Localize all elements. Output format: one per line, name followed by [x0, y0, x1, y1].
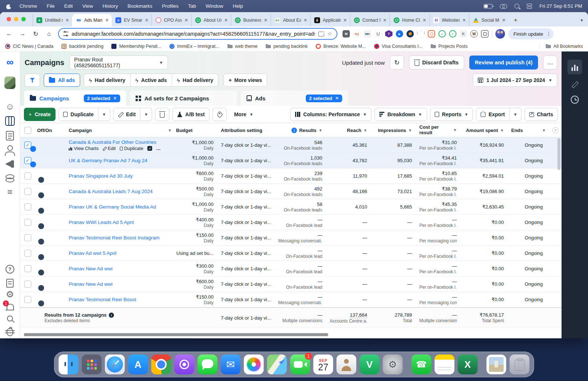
- dock-app-icon[interactable]: X: [458, 355, 478, 374]
- extension-icon[interactable]: [406, 30, 414, 38]
- campaign-name-link[interactable]: Pranav Ad wwi 5 April: [69, 250, 172, 256]
- more-button[interactable]: More▼: [230, 108, 258, 121]
- dock-item[interactable]: [487, 355, 506, 374]
- dock-app-icon[interactable]: V: [360, 355, 380, 374]
- dock-app-icon[interactable]: [175, 355, 194, 374]
- vertical-scrollbar[interactable]: [557, 138, 560, 170]
- history-clock-icon[interactable]: [571, 96, 579, 104]
- campaign-name-link[interactable]: Pranav Testimonial Reel Boost Instagram: [69, 235, 172, 241]
- bookmark-item[interactable]: pending backlink: [266, 44, 308, 49]
- menu-bar-item[interactable]: History: [103, 3, 118, 9]
- export-button[interactable]: Export: [476, 108, 509, 121]
- new-tab-button[interactable]: +: [511, 15, 520, 25]
- account-avatar[interactable]: [4, 76, 15, 89]
- extension-icon[interactable]: 7: [385, 30, 392, 38]
- column-header-ends[interactable]: Ends▼: [509, 128, 548, 133]
- report-bug-icon[interactable]: [7, 328, 13, 336]
- reports-button[interactable]: Reports▼: [430, 108, 473, 121]
- search-icon[interactable]: [7, 316, 13, 321]
- dock-app-icon[interactable]: ✉: [221, 355, 241, 374]
- column-header-reach[interactable]: Reach▼: [327, 128, 372, 133]
- info-icon[interactable]: i: [291, 128, 297, 133]
- table-row[interactable]: ✓ Pranav Singapore Ad 30 July ₹600.00 Da…: [20, 168, 562, 184]
- tab-close-icon[interactable]: ✕: [343, 18, 347, 23]
- delete-button[interactable]: [155, 108, 169, 121]
- row-checkbox[interactable]: ✓: [24, 219, 31, 226]
- duplicate-dropdown[interactable]: ▼: [98, 108, 110, 121]
- browser-tab[interactable]: Websites ✕: [429, 14, 469, 26]
- tag-button[interactable]: [212, 108, 227, 121]
- column-header-cost[interactable]: Cost per result▼: [417, 125, 462, 136]
- dock-app-icon[interactable]: [151, 355, 171, 374]
- browser-tab[interactable]: Social Me ✕: [469, 14, 509, 26]
- dock-item[interactable]: [510, 355, 530, 374]
- dock-item[interactable]: SEP 27: [313, 355, 333, 374]
- dock-app-icon[interactable]: [337, 355, 356, 374]
- campaign-name-link[interactable]: Pranav UK & Germany Social Media Ad: [69, 204, 172, 210]
- tab-close-icon[interactable]: ✕: [184, 18, 188, 23]
- create-button[interactable]: +Create: [24, 108, 55, 121]
- zoom-window-button[interactable]: [21, 17, 26, 21]
- close-icon[interactable]: ✕: [335, 96, 339, 101]
- edit-dropdown[interactable]: ▼: [140, 108, 152, 121]
- dock-item[interactable]: [105, 355, 125, 374]
- extension-icon[interactable]: [438, 30, 446, 38]
- campaign-name-link[interactable]: Pranav Singapore Ad 30 July: [69, 173, 172, 179]
- column-header-results[interactable]: iResults▼: [276, 128, 327, 133]
- horizontal-scrollbar[interactable]: [24, 333, 328, 336]
- close-icon[interactable]: ✕: [113, 96, 117, 101]
- dock-app-icon[interactable]: ☎: [412, 355, 431, 374]
- home-button[interactable]: ⌂: [45, 31, 53, 37]
- tab-close-icon[interactable]: ✕: [224, 18, 228, 23]
- extension-icon[interactable]: [396, 30, 403, 38]
- browser-tab[interactable]: Business ✕: [231, 14, 270, 26]
- tab-close-icon[interactable]: ✕: [105, 18, 109, 23]
- edit-action[interactable]: Edit: [103, 146, 116, 151]
- campaign-name-link[interactable]: Pranav WWI Leads Ad 5 April: [69, 220, 172, 225]
- bookmark-item[interactable]: Visa Consultants I...: [374, 44, 423, 49]
- column-header-attribution[interactable]: Attribution setting: [219, 128, 276, 133]
- column-header-onoff[interactable]: Off/On: [35, 128, 67, 133]
- discard-drafts-button[interactable]: Discard Drafts: [409, 56, 464, 70]
- spotlight-search-icon[interactable]: [514, 4, 519, 8]
- extension-icon[interactable]: 5M+: [364, 30, 371, 38]
- tab-ads[interactable]: Ads 2 selected✕: [241, 90, 348, 106]
- breakdown-button[interactable]: Breakdown▼: [374, 108, 427, 121]
- dock-item[interactable]: [337, 355, 356, 374]
- campaign-name-link[interactable]: UK & Germany Pranav Ad 7 Aug 24: [69, 158, 172, 163]
- extension-icon[interactable]: [428, 30, 435, 38]
- dock-app-icon[interactable]: ⚙: [383, 355, 403, 374]
- table-row[interactable]: ✓ Pranav WWI Leads Ad 5 April ₹400.00 Da…: [20, 215, 562, 230]
- column-header-budget[interactable]: Budget: [174, 128, 219, 133]
- export-dropdown[interactable]: ▼: [510, 108, 521, 121]
- extension-icon[interactable]: [481, 30, 488, 38]
- tab-close-icon[interactable]: ✕: [462, 18, 466, 23]
- row-checkbox[interactable]: ✓: [24, 296, 31, 303]
- charts-button[interactable]: Charts: [524, 108, 558, 121]
- dock-item[interactable]: ⚙: [383, 355, 403, 374]
- help-icon[interactable]: ?: [6, 265, 14, 274]
- bookmark-item[interactable]: Projects Posts: [431, 44, 468, 49]
- table-row[interactable]: ✓ Pranav Testimonial Reel Boost ₹150.00 …: [20, 292, 562, 307]
- extension-icon[interactable]: [449, 30, 456, 38]
- meta-logo[interactable]: ∞: [6, 57, 13, 67]
- info-icon[interactable]: i: [109, 313, 114, 318]
- dock-item[interactable]: X: [458, 355, 478, 374]
- dock-app-icon[interactable]: [267, 355, 287, 374]
- column-header-campaign[interactable]: Campaign▼: [67, 128, 174, 133]
- dock-app-icon[interactable]: A: [128, 355, 148, 374]
- minimize-window-button[interactable]: [14, 17, 18, 21]
- duplicate-button[interactable]: Duplicate: [58, 108, 98, 121]
- menu-bar-item[interactable]: View: [82, 3, 93, 9]
- browser-tab[interactable]: Contact U ✕: [350, 14, 390, 26]
- bookmark-item[interactable]: web theme: [227, 44, 258, 49]
- site-settings-icon[interactable]: [63, 32, 68, 36]
- tab-search-chevron-icon[interactable]: ▾: [581, 18, 583, 23]
- reload-button[interactable]: ↻: [32, 30, 40, 38]
- browser-tab[interactable]: CPO Assi ✕: [151, 14, 191, 26]
- table-row[interactable]: ✓ Pranav Ad wwi 5 April Using ad set bu.…: [20, 246, 562, 261]
- review-publish-button[interactable]: Review and publish (4): [469, 56, 538, 70]
- table-row[interactable]: ✓ Canada & Australia Leads 7 Aug 2024 ₹5…: [20, 184, 562, 199]
- profile-avatar[interactable]: [495, 29, 505, 39]
- extension-icon[interactable]: SQ: [353, 30, 361, 38]
